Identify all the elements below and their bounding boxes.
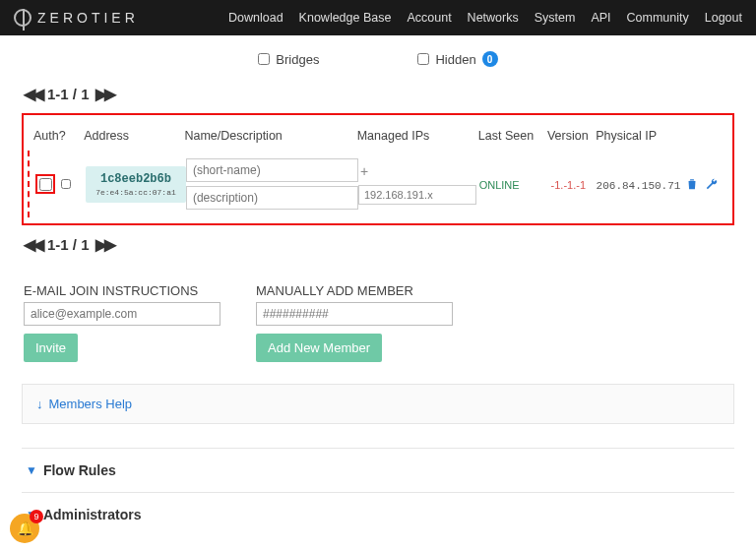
pager-last-icon[interactable]: ▶▶ xyxy=(95,235,113,254)
members-help-box: ↓ Members Help xyxy=(22,384,734,424)
manual-id-input[interactable] xyxy=(256,302,453,326)
bell-icon: 🔔 xyxy=(17,520,33,536)
col-physip: Physical IP xyxy=(596,129,685,143)
nav-links: Download Knowledge Base Account Networks… xyxy=(228,11,742,25)
short-name-input[interactable] xyxy=(186,158,358,182)
caret-down-icon: ▼ xyxy=(26,463,37,477)
nav-logout[interactable]: Logout xyxy=(705,11,742,25)
physical-ip: 206.84.150.71 xyxy=(597,180,681,192)
col-version: Version xyxy=(539,129,596,143)
add-member-button[interactable]: Add New Member xyxy=(256,334,382,362)
logo: ZEROTIER xyxy=(14,9,139,27)
add-ip-icon[interactable]: + xyxy=(358,163,368,179)
members-table: Auth? Address Name/Description Managed I… xyxy=(22,113,734,225)
pager-status: 1-1 / 1 xyxy=(47,86,90,102)
hidden-checkbox[interactable] xyxy=(417,53,429,65)
last-seen: ONLINE xyxy=(479,179,520,191)
members-help-link[interactable]: ↓ Members Help xyxy=(36,397,720,411)
auth-highlight xyxy=(35,174,55,194)
filter-bridges[interactable]: Bridges xyxy=(258,52,319,67)
col-auth: Auth? xyxy=(33,129,84,143)
nav-kb[interactable]: Knowledge Base xyxy=(299,11,392,25)
nav-account[interactable]: Account xyxy=(407,11,451,25)
nav-networks[interactable]: Networks xyxy=(468,11,519,25)
col-name: Name/Description xyxy=(184,129,356,143)
pager-first-icon[interactable]: ◀◀ xyxy=(24,235,41,254)
description-input[interactable] xyxy=(186,186,358,210)
member-filters: Bridges Hidden 0 xyxy=(22,43,734,81)
member-address-box[interactable]: 1c8eeb2b6b 7e:e4:5a:cc:07:a1 xyxy=(86,166,186,203)
nav-community[interactable]: Community xyxy=(627,11,689,25)
hidden-count-badge: 0 xyxy=(482,51,498,67)
member-fingerprint: 7e:e4:5a:cc:07:a1 xyxy=(92,188,180,197)
auth-checkbox[interactable] xyxy=(39,178,52,191)
download-arrow-icon: ↓ xyxy=(36,397,43,411)
pager-last-icon[interactable]: ▶▶ xyxy=(95,85,113,103)
manual-label: MANUALLY ADD MEMBER xyxy=(256,283,453,298)
bridges-checkbox[interactable] xyxy=(258,53,270,65)
pager-bottom: ◀◀ 1-1 / 1 ▶▶ xyxy=(22,231,734,258)
email-label: E-MAIL JOIN INSTRUCTIONS xyxy=(24,283,220,298)
section-flow-rules[interactable]: ▼ Flow Rules xyxy=(22,448,734,492)
col-lastseen: Last Seen xyxy=(478,129,540,143)
administrators-title: Administrators xyxy=(43,507,142,522)
filter-hidden[interactable]: Hidden 0 xyxy=(417,51,497,67)
invite-button[interactable]: Invite xyxy=(24,334,78,362)
expand-checkbox[interactable] xyxy=(61,179,71,189)
member-row: 1c8eeb2b6b 7e:e4:5a:cc:07:a1 + ONLINE -1… xyxy=(28,151,728,217)
top-nav: ZEROTIER Download Knowledge Base Account… xyxy=(0,0,756,35)
invite-form: E-MAIL JOIN INSTRUCTIONS Invite xyxy=(24,283,220,362)
notif-count: 9 xyxy=(30,510,43,523)
bridges-label: Bridges xyxy=(276,52,319,67)
hidden-label: Hidden xyxy=(435,52,475,67)
col-address: Address xyxy=(84,129,184,143)
version-text: -1.-1.-1 xyxy=(551,179,586,191)
nav-api[interactable]: API xyxy=(591,11,610,25)
brand-text: ZEROTIER xyxy=(37,10,139,26)
member-actions: E-MAIL JOIN INSTRUCTIONS Invite MANUALLY… xyxy=(22,258,734,370)
section-administrators[interactable]: ▼ Administrators xyxy=(22,492,734,536)
flow-rules-title: Flow Rules xyxy=(43,462,116,478)
pager-status: 1-1 / 1 xyxy=(47,236,90,253)
pager-top: ◀◀ 1-1 / 1 ▶▶ xyxy=(22,81,734,107)
zerotier-logo-icon xyxy=(14,9,32,27)
col-ips: Managed IPs xyxy=(357,129,478,143)
ip-input[interactable] xyxy=(358,185,476,205)
nav-system[interactable]: System xyxy=(535,11,576,25)
wrench-icon[interactable] xyxy=(705,177,719,191)
nav-download[interactable]: Download xyxy=(228,11,284,25)
trash-icon[interactable] xyxy=(685,177,699,191)
email-input[interactable] xyxy=(24,302,220,326)
pager-first-icon[interactable]: ◀◀ xyxy=(24,85,41,103)
table-header: Auth? Address Name/Description Managed I… xyxy=(28,121,728,151)
member-address: 1c8eeb2b6b xyxy=(92,172,180,186)
notification-bell[interactable]: 🔔 9 xyxy=(10,514,39,536)
manual-add-form: MANUALLY ADD MEMBER Add New Member xyxy=(256,283,453,362)
members-help-text: Members Help xyxy=(49,397,133,411)
